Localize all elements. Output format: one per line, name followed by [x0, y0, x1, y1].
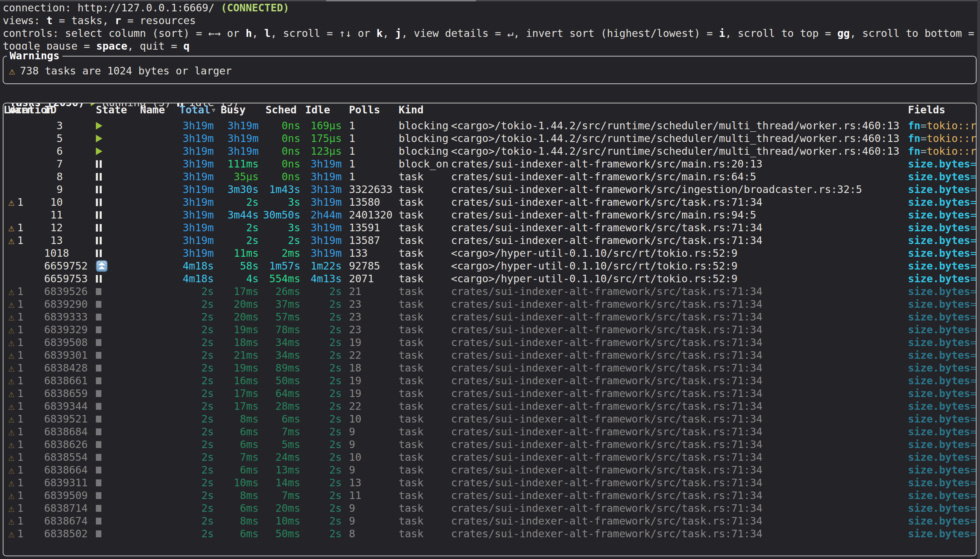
- state-cell: [96, 145, 115, 157]
- table-row[interactable]: 113h19m3m44s30m50s2h44m2401320taskcrates…: [3, 208, 976, 221]
- table-row[interactable]: ⚠168392902s20ms37ms2s23taskcrates/sui-in…: [3, 298, 976, 311]
- polls-count: 1: [349, 157, 399, 170]
- table-row[interactable]: ⚠168393292s19ms78ms2s23taskcrates/sui-in…: [3, 323, 976, 336]
- state-cell: [96, 476, 115, 489]
- table-row[interactable]: ⚠1 123h19m2s3s3h19m13591taskcrates/sui-i…: [3, 221, 976, 234]
- column-header-label: Kind: [399, 104, 424, 116]
- busy-duration: 8ms: [221, 514, 258, 527]
- field-equals: =: [970, 362, 976, 374]
- field-key: size.bytes: [908, 336, 970, 349]
- polls-count: 13: [349, 476, 399, 489]
- duration-value: 2s: [201, 451, 214, 463]
- duration-value: 3h19m: [228, 132, 258, 144]
- table-row[interactable]: 73h19m111ms0ns3h19m1block_oncrates/sui-i…: [3, 157, 976, 170]
- fields-cell: size.bytes=: [908, 502, 976, 514]
- polls-count: 2401320: [349, 208, 399, 221]
- table-row[interactable]: ⚠168385542s7ms24ms2s10taskcrates/sui-ind…: [3, 451, 976, 463]
- task-id: 6839311: [44, 476, 93, 489]
- table-row[interactable]: ⚠168386642s6ms13ms2s9taskcrates/sui-inde…: [3, 463, 976, 476]
- table-row[interactable]: 33h19m3h19m0ns169µs1blocking<cargo>/toki…: [3, 119, 976, 132]
- column-header-busy[interactable]: Busy: [221, 103, 245, 116]
- table-row[interactable]: ⚠168386262s6ms5ms2s9taskcrates/sui-index…: [3, 438, 976, 451]
- task-kind: task: [399, 514, 450, 527]
- sched-duration: 64ms: [262, 387, 300, 400]
- table-row[interactable]: ⚠168384282s19ms89ms2s18taskcrates/sui-in…: [3, 362, 976, 374]
- table-row[interactable]: ⚠168386612s16ms50ms2s19taskcrates/sui-in…: [3, 374, 976, 387]
- table-row[interactable]: ⚠168386592s17ms64ms2s19taskcrates/sui-in…: [3, 387, 976, 400]
- duration-value: 2s: [329, 438, 342, 450]
- table-row[interactable]: ⚠168386742s8ms10ms2s9taskcrates/sui-inde…: [3, 514, 976, 527]
- column-header-name[interactable]: Name: [140, 103, 165, 116]
- table-row[interactable]: ⚠168386842s6ms7ms2s9taskcrates/sui-index…: [3, 425, 976, 438]
- field-equals: =: [970, 234, 976, 246]
- table-row[interactable]: 10183h19m11ms2ms3h19m133task<cargo>/hype…: [3, 247, 976, 260]
- duration-value: 1m22s: [311, 260, 342, 272]
- table-row[interactable]: 83h19m35µs0ns3h19m1taskcrates/sui-indexe…: [3, 170, 976, 183]
- task-location: crates/sui-indexer-alt-framework/src/tas…: [451, 311, 908, 323]
- column-header-state[interactable]: State: [96, 103, 127, 116]
- total-duration: 2s: [166, 285, 214, 298]
- polls-count: 19: [349, 336, 399, 349]
- busy-duration: 2s: [221, 234, 258, 247]
- tokio-console-terminal: connection: http://127.0.0.1:6669/ (CONN…: [0, 0, 980, 559]
- task-kind: block_on: [399, 157, 450, 170]
- table-row[interactable]: ⚠168395212s8ms6ms2s10taskcrates/sui-inde…: [3, 412, 976, 425]
- field-equals: =: [920, 145, 927, 157]
- state-cell: [96, 298, 115, 311]
- task-kind: task: [399, 272, 450, 285]
- fields-cell: size.bytes=: [908, 412, 976, 425]
- task-id: 6838674: [44, 514, 93, 527]
- fields-cell: size.bytes=: [908, 157, 976, 170]
- duration-value: 3h19m: [183, 119, 214, 132]
- busy-duration: 6ms: [221, 438, 258, 451]
- table-row[interactable]: 66597534m18s4s554ms4m13s2071task<cargo>/…: [3, 272, 976, 285]
- column-header-idle[interactable]: Idle: [305, 103, 330, 116]
- idle-duration: 2s: [302, 412, 342, 425]
- idle-duration: 2s: [302, 476, 342, 489]
- table-row[interactable]: ⚠168387142s6ms20ms2s9taskcrates/sui-inde…: [3, 502, 976, 514]
- table-row[interactable]: ⚠168395082s18ms34ms2s19taskcrates/sui-in…: [3, 336, 976, 349]
- total-duration: 2s: [166, 451, 214, 463]
- task-id: 9: [44, 183, 93, 196]
- column-header-location[interactable]: Location: [3, 103, 53, 116]
- table-row[interactable]: ⚠168395262s17ms26ms2s21taskcrates/sui-in…: [3, 285, 976, 298]
- scrollbar[interactable]: [977, 0, 980, 559]
- table-row[interactable]: ⚠168393442s17ms28ms2s22taskcrates/sui-in…: [3, 400, 976, 412]
- task-location: crates/sui-indexer-alt-framework/src/tas…: [451, 527, 908, 540]
- column-header-total[interactable]: Total▿: [179, 103, 216, 116]
- column-header-fields[interactable]: Fields: [908, 103, 945, 116]
- task-kind: task: [399, 438, 450, 451]
- table-row[interactable]: ⚠168385022s6ms50ms2s8taskcrates/sui-inde…: [3, 527, 976, 540]
- total-duration: 4m18s: [166, 260, 214, 272]
- field-key: size.bytes: [908, 158, 970, 170]
- table-row[interactable]: ⚠1 103h19m2s3s3h19m13580taskcrates/sui-i…: [3, 196, 976, 208]
- fields-cell: size.bytes=: [908, 374, 976, 387]
- table-row[interactable]: 63h19m3h19m0ns123µs1blocking<cargo>/toki…: [3, 145, 976, 157]
- column-header-kind[interactable]: Kind: [399, 103, 424, 116]
- table-row[interactable]: 53h19m3h19m0ns175µs1blocking<cargo>/toki…: [3, 132, 976, 145]
- duration-value: 3h19m: [183, 132, 214, 144]
- warn-count: 1: [17, 464, 23, 476]
- duration-value: 7ms: [240, 451, 258, 463]
- table-row[interactable]: ⚠168393012s21ms34ms2s22taskcrates/sui-in…: [3, 349, 976, 362]
- duration-value: 2s: [201, 413, 214, 425]
- column-header-sched[interactable]: Sched: [265, 103, 296, 116]
- table-row[interactable]: 66597524m18s58s1m57s1m22s92785task<cargo…: [3, 260, 976, 272]
- column-header-polls[interactable]: Polls: [349, 103, 380, 116]
- state-cell: [96, 349, 115, 362]
- polls-count: 10: [349, 451, 399, 463]
- duration-value: 2s: [201, 515, 214, 527]
- warn-cell: ⚠1: [8, 527, 41, 540]
- table-row[interactable]: 93h19m3m30s1m43s3h13m3322633taskcrates/s…: [3, 183, 976, 196]
- idle-duration: 2s: [302, 387, 342, 400]
- table-row[interactable]: ⚠168393332s20ms57ms2s23taskcrates/sui-in…: [3, 311, 976, 323]
- task-kind: task: [399, 476, 450, 489]
- table-row[interactable]: ⚠168395092s8ms7ms2s11taskcrates/sui-inde…: [3, 489, 976, 502]
- table-row[interactable]: ⚠1 133h19m2s2s3h19m13587taskcrates/sui-i…: [3, 234, 976, 247]
- idle-duration: 2s: [302, 349, 342, 362]
- table-row[interactable]: ⚠168393112s10ms14ms2s13taskcrates/sui-in…: [3, 476, 976, 489]
- column-header-label: Busy: [221, 104, 245, 116]
- duration-value: 2s: [246, 234, 258, 246]
- task-location: crates/sui-indexer-alt-framework/src/tas…: [451, 349, 908, 362]
- task-name: [145, 349, 166, 362]
